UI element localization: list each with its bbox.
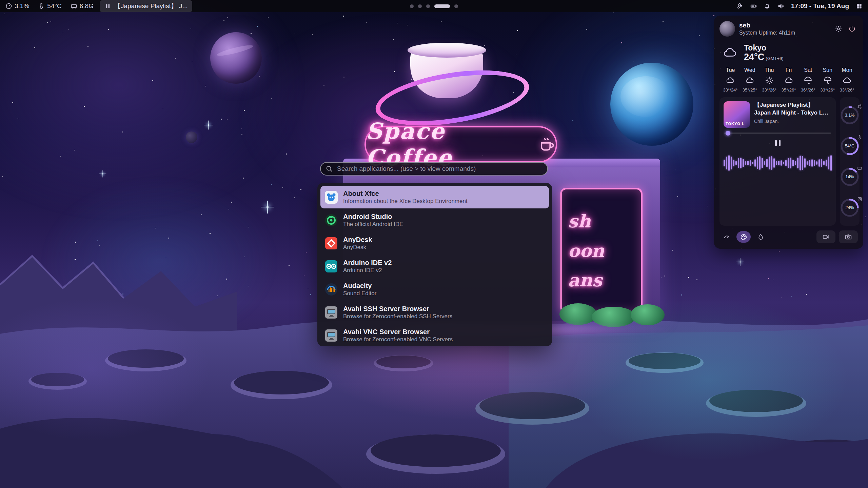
media-pause-icon <box>104 3 111 9</box>
track-title: 【Japanese Playlist】 Japan All Night - To… <box>754 101 832 117</box>
avatar[interactable] <box>719 21 735 37</box>
app-row-about-xfce[interactable]: About XfceInformation about the Xfce Des… <box>320 186 549 208</box>
topbar-right: 17:09 - Tue, 19 Aug <box>737 2 863 10</box>
system-uptime: System Uptime: 4h11m <box>739 30 795 36</box>
app-title: Android Studio <box>343 212 403 221</box>
memory-gauge: 14% <box>840 167 860 187</box>
power-icon <box>848 25 856 33</box>
cpu-stat: 3.1% <box>5 2 29 10</box>
forecast-tue: Tue33°/24° <box>721 67 740 93</box>
cloud-icon <box>843 76 851 85</box>
forecast-temps: 35°/25° <box>743 87 757 93</box>
app-description: AnyDesk <box>343 244 372 251</box>
app-title: Avahi SSH Server Browser <box>343 305 452 313</box>
app-title: Audacity <box>343 282 376 290</box>
workspace-dot-1[interactable] <box>410 4 414 8</box>
cpu-gauge-icon <box>5 3 12 9</box>
system-stats: 3.1% 54°C 6.8G <box>5 2 94 10</box>
gauge-value: 14% <box>840 167 860 187</box>
track-progress[interactable] <box>724 133 831 134</box>
performance-button[interactable] <box>719 231 734 243</box>
umbrella-icon <box>804 76 812 85</box>
overview-grid-icon[interactable] <box>856 3 863 9</box>
weather-temp: 24°C <box>744 52 764 62</box>
app-title: Avahi VNC Server Browser <box>343 328 453 336</box>
app-description: The official Android IDE <box>343 221 403 228</box>
clock[interactable]: 17:09 - Tue, 19 Aug <box>791 2 849 10</box>
app-search <box>320 162 548 176</box>
palette-icon <box>740 233 747 241</box>
top-panel: 3.1% 54°C 6.8G 【Japanese Playlist】 J... … <box>0 0 868 12</box>
temperature-value: 54°C <box>47 2 61 10</box>
theme-button[interactable] <box>736 231 751 243</box>
cloud-icon <box>745 76 754 85</box>
album-art[interactable]: TOKYO L <box>724 101 750 128</box>
weather-timezone: (GMT+9) <box>766 56 783 61</box>
settings-button[interactable] <box>833 23 844 35</box>
app-title: AnyDesk <box>343 236 372 244</box>
forecast-day: Fri <box>786 67 792 73</box>
forecast-day: Tue <box>726 67 735 73</box>
forecast-temps: 33°/26° <box>840 87 854 93</box>
anydesk-app-icon <box>324 237 338 250</box>
camera-icon <box>845 233 852 241</box>
color-picker-button[interactable] <box>753 231 768 243</box>
tools-icon[interactable] <box>737 3 744 9</box>
app-row-android-studio[interactable]: Android StudioThe official Android IDE <box>320 209 549 231</box>
active-window-button[interactable]: 【Japanese Playlist】 J... <box>100 0 192 12</box>
pause-button[interactable] <box>773 138 783 148</box>
app-description: Sound Editor <box>343 290 376 297</box>
app-row-avahi-vnc-server-browser[interactable]: Avahi VNC Server BrowserBrowse for Zeroc… <box>320 324 549 346</box>
search-icon <box>326 165 333 172</box>
forecast-mon: Mon33°/26° <box>837 67 856 93</box>
screenshot-button[interactable] <box>839 230 858 243</box>
arduino-app-icon <box>324 260 338 273</box>
forecast-day: Mon <box>842 67 852 73</box>
system-gauges: 3.1%54°C14%24% <box>840 97 860 226</box>
app-description: Information about the Xfce Desktop Envir… <box>343 198 468 205</box>
cpu-gauge: 3.1% <box>840 105 860 125</box>
search-input[interactable] <box>320 162 548 176</box>
forecast-temps: 33°/24° <box>723 87 738 93</box>
avahi-app-icon <box>324 306 338 319</box>
app-row-arduino-ide-v2[interactable]: Arduino IDE v2Arduino IDE v2 <box>320 255 549 278</box>
user-card: seb System Uptime: 4h11m <box>719 21 858 37</box>
forecast-sat: Sat36°/26° <box>798 67 817 93</box>
app-title: Arduino IDE v2 <box>343 259 392 267</box>
avahi-app-icon <box>324 329 338 342</box>
workspace-dot-3[interactable] <box>426 4 430 8</box>
forecast-fri: Fri35°/26° <box>779 67 798 93</box>
forecast-temps: 33°/26° <box>820 87 835 93</box>
app-row-anydesk[interactable]: AnyDeskAnyDesk <box>320 232 549 255</box>
track-subtitle: Chill Japan. <box>754 119 832 124</box>
workspace-dot-2[interactable] <box>418 4 422 8</box>
cloud-icon <box>726 76 735 85</box>
app-description: Browse for Zeroconf-enabled SSH Servers <box>343 313 452 320</box>
bell-icon[interactable] <box>764 3 771 9</box>
audacity-app-icon <box>324 283 338 296</box>
app-row-avahi-ssh-server-browser[interactable]: Avahi SSH Server BrowserBrowse for Zeroc… <box>320 301 549 324</box>
forecast-temps: 35°/26° <box>782 87 796 93</box>
memory-stat: 6.8G <box>71 2 94 10</box>
memory-value: 6.8G <box>80 2 94 10</box>
gear-icon <box>835 25 842 33</box>
gauge-value: 54°C <box>840 136 860 156</box>
ram-icon <box>71 3 77 9</box>
workspace-dot-5[interactable] <box>454 4 458 8</box>
weather-city: Tokyo <box>744 43 784 53</box>
workspace-dot-4[interactable] <box>434 4 450 8</box>
forecast-day: Sun <box>823 67 832 73</box>
volume-icon[interactable] <box>777 3 784 9</box>
sidebar-footer <box>719 230 858 243</box>
video-camera-icon <box>822 233 830 241</box>
cloud-icon <box>721 45 739 60</box>
audio-waveform <box>724 152 832 174</box>
disk-gauge: 24% <box>840 198 860 218</box>
desktop: sh oon ans Space Coffee 3.1% <box>0 0 868 488</box>
screen-record-button[interactable] <box>816 230 835 243</box>
app-row-audacity[interactable]: AudacitySound Editor <box>320 278 549 301</box>
temperature-gauge: 54°C <box>840 136 860 156</box>
app-description: Arduino IDE v2 <box>343 267 392 274</box>
battery-icon[interactable] <box>750 3 757 9</box>
power-button[interactable] <box>846 23 858 35</box>
